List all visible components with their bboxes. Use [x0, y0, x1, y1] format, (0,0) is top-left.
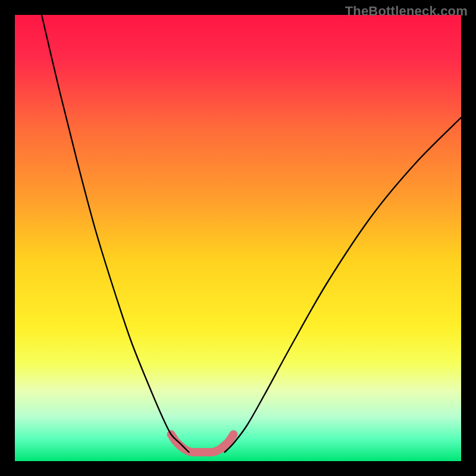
chart-frame: TheBottleneck.com: [0, 0, 476, 476]
curves-layer: [15, 15, 461, 461]
watermark-text: TheBottleneck.com: [345, 4, 468, 19]
right-curve: [225, 118, 462, 453]
left-curve: [42, 15, 189, 452]
plot-area: [15, 15, 461, 461]
